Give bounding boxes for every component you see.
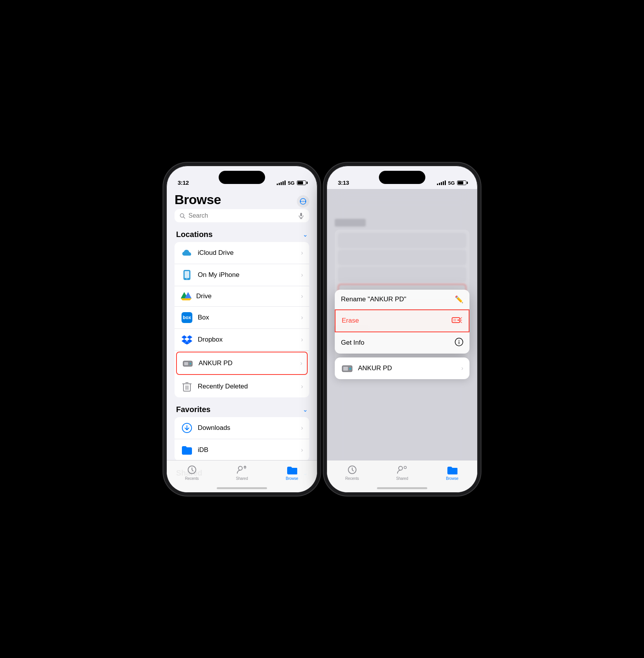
location-item-dropbox[interactable]: Dropbox › [175,329,309,351]
svg-point-29 [459,340,459,341]
pencil-icon: ✏️ [455,295,463,304]
icloud-chevron-icon: › [301,249,303,256]
favorites-title: Favorites [176,405,211,414]
locations-title: Locations [176,230,212,239]
tab-shared[interactable]: Shared [217,464,267,481]
recents-tab-label-2: Recents [345,476,359,481]
svg-rect-26 [453,319,456,321]
svg-rect-13 [184,362,188,365]
drive-chevron-icon: › [301,293,303,300]
favorite-item-idb[interactable]: iDB › [175,439,309,461]
favorites-section-header: Favorites ⌄ [175,405,309,414]
trash-icon [181,380,193,393]
svg-point-33 [349,368,351,369]
context-info[interactable]: Get Info [335,332,469,354]
idb-chevron-icon: › [301,447,303,454]
browse-tab-label: Browse [286,476,298,481]
box-label: Box [198,314,298,321]
tab-recents-2[interactable]: Recents [327,464,377,481]
status-right-1: 5G [277,180,306,186]
shared-tab-icon [236,464,247,475]
favorite-item-downloads[interactable]: Downloads › [175,417,309,439]
context-menu: Rename "ANKUR PD" ✏️ Erase [335,290,469,354]
location-item-ankur[interactable]: ANKUR PD › [176,352,308,375]
location-item-iphone[interactable]: On My iPhone › [175,264,309,286]
tab-recents[interactable]: Recents [167,464,217,481]
ankur-chevron-icon: › [300,360,302,367]
info-circle-icon [455,338,463,348]
shared-tab-label-2: Shared [396,476,408,481]
battery-icon-2 [457,180,466,185]
iphone-label: On My iPhone [198,271,298,279]
screen-content-2: Rename "ANKUR PD" ✏️ Erase [327,189,477,492]
rename-label: Rename "ANKUR PD" [341,295,406,303]
home-indicator-2 [377,487,427,489]
browse-tab-icon-2 [447,464,457,475]
svg-point-0 [300,201,301,202]
browse-screen: Browse [167,189,317,492]
locations-list: iCloud Drive › On My iPhone › [175,242,309,397]
favorites-collapse-icon[interactable]: ⌄ [303,406,308,413]
tab-shared-2[interactable]: Shared [377,464,427,481]
ankur-pd-card[interactable]: ANKUR PD › [335,357,469,379]
iphone-icon [181,269,193,281]
svg-point-23 [238,466,242,470]
shared-tab-icon-2 [397,464,408,475]
tab-browse-2[interactable]: Browse [427,464,477,481]
status-time-1: 3:12 [178,179,189,186]
browse-tab-icon [286,464,297,475]
locations-collapse-icon[interactable]: ⌄ [303,231,308,238]
iphone-chevron-icon: › [301,271,303,278]
location-item-box[interactable]: box Box › [175,307,309,329]
status-time-2: 3:13 [338,179,349,186]
location-item-drive[interactable]: Drive › [175,286,309,307]
recents-tab-label: Recents [185,476,199,481]
folder-icon [181,444,193,456]
svg-point-14 [190,363,191,364]
erase-drive-icon [452,316,462,326]
shared-tab-label: Shared [236,476,248,481]
drive-label: Drive [196,292,298,300]
svg-rect-32 [343,367,348,371]
more-button[interactable] [297,195,309,208]
favorites-list: Downloads › iDB › [175,417,309,461]
svg-line-5 [183,217,185,218]
phone-2: 3:13 5G [327,166,478,493]
ankur-card-drive-icon [341,362,353,375]
location-item-icloud[interactable]: iCloud Drive › [175,242,309,264]
locations-section-header: Locations ⌄ [175,230,309,239]
tab-browse[interactable]: Browse [267,464,317,481]
svg-rect-6 [300,213,302,216]
battery-icon-1 [297,180,306,185]
svg-point-27 [457,319,459,321]
signal-icon [277,180,286,185]
search-bar[interactable] [175,209,309,222]
microphone-icon [298,212,305,219]
downloads-label: Downloads [198,424,298,432]
home-indicator-1 [217,487,267,489]
idb-label: iDB [198,446,298,454]
context-erase[interactable]: Erase [335,309,469,332]
network-label-1: 5G [288,180,295,186]
ankur-card-label: ANKUR PD [358,364,458,372]
box-icon-bg: box [182,312,192,323]
icloud-label: iCloud Drive [198,249,298,257]
browse-title: Browse [175,192,221,207]
box-chevron-icon: › [301,314,303,321]
status-right-2: 5G [437,180,466,186]
svg-point-36 [404,466,406,469]
dropbox-label: Dropbox [198,336,298,344]
svg-rect-10 [185,271,189,278]
ankur-card-item[interactable]: ANKUR PD › [335,357,469,379]
blurred-row-2 [338,250,466,265]
blurred-title-1 [335,219,366,227]
search-input[interactable] [188,212,295,219]
context-rename[interactable]: Rename "ANKUR PD" ✏️ [335,290,469,309]
signal-icon-2 [437,180,446,185]
google-drive-icon [181,291,192,302]
location-item-deleted[interactable]: Recently Deleted › [175,376,309,397]
dynamic-island [219,171,265,184]
dynamic-island-2 [379,171,425,184]
downloads-chevron-icon: › [301,424,303,431]
dropbox-chevron-icon: › [301,336,303,343]
